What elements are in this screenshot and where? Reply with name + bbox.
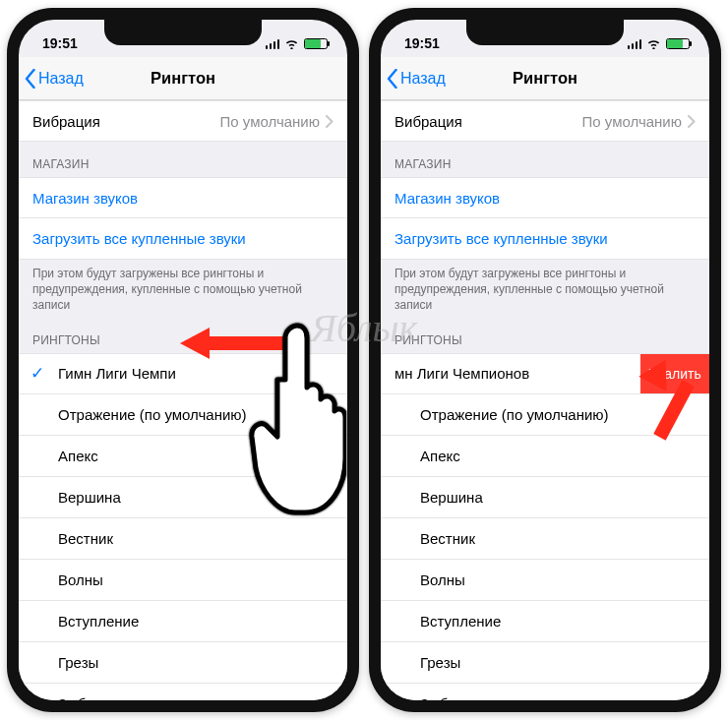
back-label: Назад [38, 70, 84, 88]
tone-store-row[interactable]: Магазин звуков [381, 177, 709, 218]
ringtone-row[interactable]: Грезы [19, 642, 347, 684]
ringtone-label: Волны [58, 571, 103, 588]
back-label: Назад [400, 70, 446, 88]
ringtone-label: Вестник [420, 530, 475, 547]
back-button[interactable]: Назад [387, 57, 446, 99]
ringtone-label: Вступление [420, 613, 501, 630]
cellular-signal-icon [266, 38, 280, 49]
download-all-label: Загрузить все купленные звуки [32, 230, 246, 247]
ringtone-label: Вступление [58, 613, 139, 630]
ringtone-label: Зыбь [420, 695, 455, 700]
download-all-label: Загрузить все купленные звуки [394, 230, 608, 247]
status-time: 19:51 [404, 35, 440, 51]
ringtone-row[interactable]: Грезы [381, 642, 709, 684]
chevron-left-icon [25, 69, 36, 89]
vibration-value: По умолчанию [582, 113, 682, 130]
notch [104, 20, 262, 45]
nav-title: Рингтон [513, 69, 577, 88]
vibration-label: Вибрация [394, 113, 462, 130]
ringtone-row[interactable]: Вестник [381, 518, 709, 560]
tone-store-row[interactable]: Магазин звуков [19, 177, 347, 218]
wifi-icon [646, 38, 661, 49]
status-time: 19:51 [42, 35, 78, 51]
battery-icon [666, 38, 690, 49]
ringtone-label: Апекс [420, 448, 460, 464]
chevron-right-icon [326, 115, 334, 128]
ringtone-row[interactable]: Апекс [381, 436, 709, 477]
ringtone-custom-label: мн Лиги Чемпионов [394, 365, 529, 382]
ringtone-custom-label: Гимн Лиги Чемпи [58, 365, 176, 382]
ringtone-label: Волны [420, 571, 465, 588]
store-header: МАГАЗИН [19, 142, 347, 177]
hand-pointer-icon [248, 321, 346, 517]
nav-bar: Назад Рингтон [19, 57, 347, 100]
notch [466, 20, 624, 45]
ringtone-row[interactable]: Вершина [381, 477, 709, 518]
ringtone-label: Отражение (по умолчанию) [58, 406, 247, 423]
ringtone-label: Вершина [420, 489, 483, 506]
ringtone-label: Зыбь [58, 695, 93, 700]
store-header: МАГАЗИН [381, 142, 709, 177]
ringtone-row[interactable]: Волны [381, 560, 709, 601]
ringtone-row[interactable]: Вестник [19, 518, 347, 560]
ringtone-label: Грезы [420, 654, 460, 671]
cellular-signal-icon [628, 38, 642, 49]
ringtones-header: РИНГТОНЫ [381, 318, 709, 353]
store-footer: При этом будут загружены все рингтоны и … [381, 260, 709, 318]
download-all-row[interactable]: Загрузить все купленные звуки [19, 218, 347, 260]
ringtone-row[interactable]: Вступление [381, 601, 709, 642]
vibration-row[interactable]: Вибрация По умолчанию [381, 100, 709, 142]
ringtone-row[interactable]: Зыбь [19, 684, 347, 700]
vibration-label: Вибрация [32, 113, 100, 130]
ringtone-label: Отражение (по умолчанию) [420, 406, 609, 423]
nav-title: Рингтон [151, 69, 215, 88]
nav-bar: Назад Рингтон [381, 57, 709, 100]
ringtone-row[interactable]: Волны [19, 560, 347, 601]
ringtone-row[interactable]: Вступление [19, 601, 347, 642]
ringtone-row[interactable]: Зыбь [381, 684, 709, 700]
ringtone-label: Вершина [58, 489, 121, 506]
chevron-left-icon [387, 69, 398, 89]
ringtone-label: Грезы [58, 654, 98, 671]
chevron-right-icon [688, 115, 696, 128]
checkmark-icon: ✓ [30, 363, 44, 384]
tone-store-label: Магазин звуков [32, 190, 138, 207]
download-all-row[interactable]: Загрузить все купленные звуки [381, 218, 709, 260]
callout-arrow-icon [643, 358, 681, 441]
tone-store-label: Магазин звуков [394, 190, 500, 207]
back-button[interactable]: Назад [25, 57, 84, 99]
vibration-row[interactable]: Вибрация По умолчанию [19, 100, 347, 142]
ringtone-label: Апекс [58, 448, 98, 464]
ringtone-label: Вестник [58, 530, 113, 547]
wifi-icon [284, 38, 299, 49]
battery-icon [304, 38, 328, 49]
store-footer: При этом будут загружены все рингтоны и … [19, 260, 347, 318]
vibration-value: По умолчанию [220, 113, 320, 130]
